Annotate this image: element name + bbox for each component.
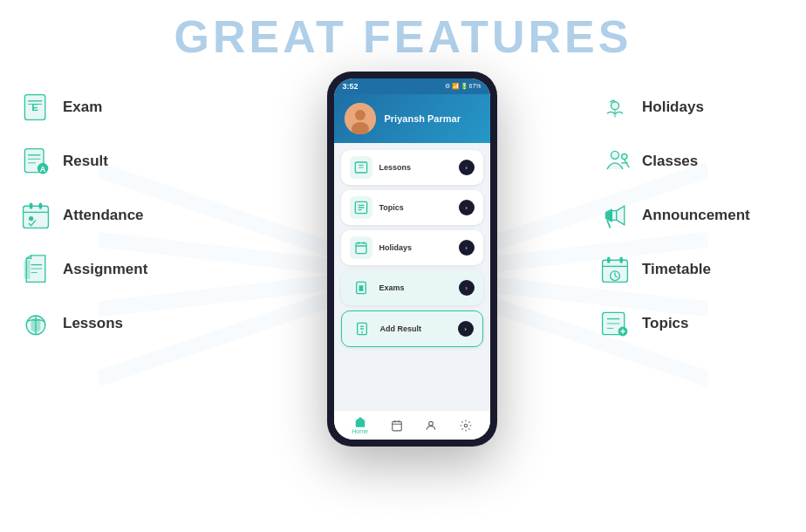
user-name: Priyansh Parmar xyxy=(385,113,461,124)
feature-result: New Result A xyxy=(17,143,227,180)
menu-icon-lessons xyxy=(350,156,372,179)
menu-label-holidays: Holidays xyxy=(379,243,452,252)
svg-rect-19 xyxy=(30,203,33,209)
svg-rect-18 xyxy=(24,206,49,228)
status-bar: 3:52 ⚙ 📶 🔋67% xyxy=(334,78,490,94)
svg-rect-26 xyxy=(24,260,31,279)
svg-point-55 xyxy=(611,102,619,110)
feature-label-attendance: Attendance xyxy=(63,207,144,224)
status-time: 3:52 xyxy=(343,82,359,91)
menu-label-add-result: Add Result xyxy=(380,324,451,333)
svg-point-30 xyxy=(355,110,365,120)
menu-arrow-holidays[interactable]: › xyxy=(459,240,475,256)
feature-label-classes: Classes xyxy=(642,153,698,170)
avatar xyxy=(345,103,376,134)
page-title: GREAT FEATURES xyxy=(0,0,806,63)
right-features-column: Holidays Classes xyxy=(597,72,789,342)
bottom-nav: Home xyxy=(334,410,490,440)
feature-exam: New Exam E xyxy=(17,89,227,126)
menu-arrow-exams[interactable]: › xyxy=(459,280,475,296)
menu-icon-topics xyxy=(350,196,372,219)
svg-point-53 xyxy=(429,421,434,426)
feature-timetable: Timetable xyxy=(597,251,789,288)
svg-text:A: A xyxy=(40,165,46,174)
phone-header: Priyansh Parmar xyxy=(334,94,490,143)
menu-icon-add-result xyxy=(351,317,373,340)
svg-rect-63 xyxy=(607,257,611,263)
svg-rect-39 xyxy=(356,243,366,254)
svg-point-57 xyxy=(622,153,627,159)
svg-line-58 xyxy=(625,160,629,167)
phone-screen: 3:52 ⚙ 📶 🔋67% Priyansh Parmar xyxy=(334,78,490,440)
nav-item-settings[interactable] xyxy=(460,419,472,432)
assignment-icon xyxy=(17,251,54,288)
svg-point-22 xyxy=(29,216,33,221)
topics-icon xyxy=(597,305,633,342)
svg-rect-20 xyxy=(39,203,43,209)
feature-attendance: Attendance xyxy=(17,197,227,234)
lessons-icon xyxy=(17,305,54,342)
menu-arrow-topics[interactable]: › xyxy=(459,200,475,215)
menu-label-topics: Topics xyxy=(379,203,452,212)
menu-item-add-result[interactable]: Add Result › xyxy=(341,310,483,347)
feature-label-exam: Exam xyxy=(63,99,102,116)
menu-list: Lessons › Topics › xyxy=(334,143,490,410)
menu-item-topics[interactable]: Topics › xyxy=(341,190,483,225)
nav-item-home[interactable]: Home xyxy=(352,416,368,434)
exam-icon: E xyxy=(17,89,54,126)
svg-line-61 xyxy=(607,220,611,228)
feature-lessons-left: Lessons xyxy=(17,305,227,342)
feature-assignment: Assignment xyxy=(17,251,227,288)
attendance-icon xyxy=(17,197,54,234)
svg-point-54 xyxy=(464,424,468,427)
feature-announcement: Announcement xyxy=(597,197,789,234)
menu-label-lessons: Lessons xyxy=(379,163,452,172)
result-icon: A xyxy=(17,143,54,180)
status-icons: ⚙ 📶 🔋67% xyxy=(445,83,482,90)
menu-item-holidays[interactable]: Holidays › xyxy=(341,230,483,265)
svg-point-56 xyxy=(611,151,619,159)
feature-holidays: Holidays xyxy=(597,89,789,126)
classes-icon xyxy=(597,143,633,180)
nav-item-calendar[interactable] xyxy=(391,419,403,432)
nav-item-profile[interactable] xyxy=(425,419,437,432)
feature-label-lessons-left: Lessons xyxy=(63,315,123,332)
feature-label-announcement: Announcement xyxy=(642,207,750,224)
menu-item-exams[interactable]: E Exams › xyxy=(341,270,483,305)
holidays-icon xyxy=(597,89,633,126)
phone-mockup-container: 3:52 ⚙ 📶 🔋67% Priyansh Parmar xyxy=(327,72,497,447)
feature-classes: Classes xyxy=(597,143,789,180)
svg-rect-64 xyxy=(619,257,623,263)
nav-label-home: Home xyxy=(352,428,368,434)
feature-label-topics-right: Topics xyxy=(642,315,689,332)
menu-item-lessons[interactable]: Lessons › xyxy=(341,150,483,185)
announcement-icon xyxy=(597,197,633,234)
svg-text:E: E xyxy=(359,285,363,291)
menu-icon-exams: E xyxy=(350,276,372,299)
feature-label-assignment: Assignment xyxy=(63,261,147,278)
svg-rect-49 xyxy=(392,421,401,431)
menu-label-exams: Exams xyxy=(379,283,452,292)
feature-label-result: Result xyxy=(63,153,108,170)
left-features-column: New Exam E New Result xyxy=(17,72,227,342)
feature-topics-right: Topics xyxy=(597,305,789,342)
timetable-icon xyxy=(597,251,633,288)
feature-label-holidays: Holidays xyxy=(642,99,704,116)
feature-label-timetable: Timetable xyxy=(642,261,711,278)
svg-rect-60 xyxy=(611,211,616,221)
menu-arrow-add-result[interactable]: › xyxy=(458,321,474,337)
phone-mockup: 3:52 ⚙ 📶 🔋67% Priyansh Parmar xyxy=(327,72,497,447)
svg-text:E: E xyxy=(31,101,38,113)
menu-icon-holidays xyxy=(350,236,372,259)
menu-arrow-lessons[interactable]: › xyxy=(459,160,475,175)
